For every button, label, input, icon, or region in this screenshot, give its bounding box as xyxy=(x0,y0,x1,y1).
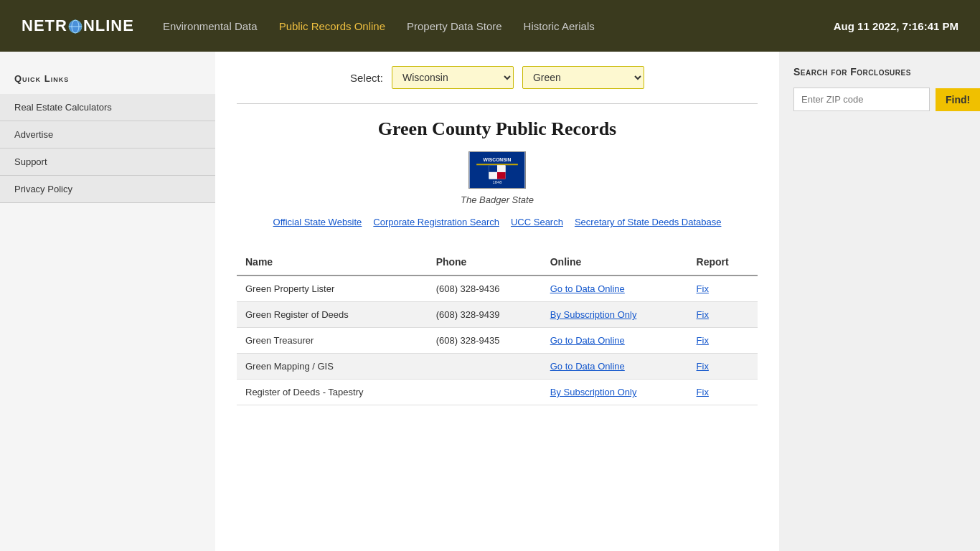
cell-phone xyxy=(428,354,542,380)
svg-rect-9 xyxy=(489,172,497,179)
records-table: Name Phone Online Report Green Property … xyxy=(237,249,758,405)
cell-name: Green Property Lister xyxy=(237,276,428,302)
quick-links-title: Quick Links xyxy=(0,66,215,94)
col-name: Name xyxy=(237,249,428,276)
right-panel: Search for Forclosures Find! xyxy=(779,52,980,551)
table-row: Green Register of Deeds(608) 328-9439By … xyxy=(237,302,758,328)
cell-online: Go to Data Online xyxy=(542,354,688,380)
col-phone: Phone xyxy=(428,249,542,276)
table-row: Green Treasurer(608) 328-9435Go to Data … xyxy=(237,328,758,354)
table-row: Green Mapping / GISGo to Data OnlineFix xyxy=(237,354,758,380)
cell-phone xyxy=(428,380,542,405)
svg-text:WISCONSIN: WISCONSIN xyxy=(484,157,512,162)
corporate-registration-link[interactable]: Corporate Registration Search xyxy=(373,217,499,227)
nav-historic-aerials[interactable]: Historic Aerials xyxy=(524,20,595,32)
sidebar-item-real-estate[interactable]: Real Estate Calculators xyxy=(0,94,215,121)
cell-online: Go to Data Online xyxy=(542,276,688,302)
report-link[interactable]: Fix xyxy=(697,387,709,397)
cell-name: Green Treasurer xyxy=(237,328,428,354)
state-links: Official State Website Corporate Registr… xyxy=(237,217,758,227)
table-row: Register of Deeds - TapestryBy Subscript… xyxy=(237,380,758,405)
header-datetime: Aug 11 2022, 7:16:41 PM xyxy=(834,20,958,32)
col-online: Online xyxy=(542,249,688,276)
cell-phone: (608) 328-9435 xyxy=(428,328,542,354)
svg-text:1848: 1848 xyxy=(493,180,502,184)
county-section: Green County Public Records WISCONSIN 18… xyxy=(237,103,758,227)
online-link[interactable]: By Subscription Only xyxy=(550,387,637,397)
secretary-of-state-link[interactable]: Secretary of State Deeds Database xyxy=(575,217,722,227)
nav-public-records[interactable]: Public Records Online xyxy=(279,20,385,32)
state-flag: WISCONSIN 1848 xyxy=(468,151,526,189)
select-label: Select: xyxy=(350,72,383,84)
zip-input[interactable] xyxy=(793,88,930,111)
sidebar-item-privacy[interactable]: Privacy Policy xyxy=(0,176,215,203)
svg-rect-8 xyxy=(497,172,506,179)
header: NETRNLINE Environmental Data Public Reco… xyxy=(0,0,980,52)
ucc-search-link[interactable]: UCC Search xyxy=(511,217,563,227)
main-content: Select: Wisconsin Green Green County Pub… xyxy=(215,52,779,551)
cell-phone: (608) 328-9439 xyxy=(428,302,542,328)
county-title: Green County Public Records xyxy=(237,118,758,140)
cell-online: Go to Data Online xyxy=(542,328,688,354)
sidebar-item-advertise[interactable]: Advertise xyxy=(0,121,215,149)
state-tagline: The Badger State xyxy=(237,194,758,205)
svg-rect-7 xyxy=(489,165,497,172)
svg-rect-5 xyxy=(476,164,518,165)
online-link[interactable]: Go to Data Online xyxy=(550,283,625,294)
online-link[interactable]: By Subscription Only xyxy=(550,309,637,320)
find-button[interactable]: Find! xyxy=(936,88,980,111)
cell-report: Fix xyxy=(688,354,758,380)
report-link[interactable]: Fix xyxy=(697,361,709,372)
table-row: Green Property Lister(608) 328-9436Go to… xyxy=(237,276,758,302)
official-state-link[interactable]: Official State Website xyxy=(273,217,362,227)
main-nav: Environmental Data Public Records Online… xyxy=(163,20,834,32)
county-select[interactable]: Green xyxy=(522,66,644,89)
cell-name: Green Register of Deeds xyxy=(237,302,428,328)
cell-name: Register of Deeds - Tapestry xyxy=(237,380,428,405)
state-select[interactable]: Wisconsin xyxy=(392,66,514,89)
report-link[interactable]: Fix xyxy=(697,283,709,294)
cell-report: Fix xyxy=(688,276,758,302)
cell-phone: (608) 328-9436 xyxy=(428,276,542,302)
report-link[interactable]: Fix xyxy=(697,335,709,346)
cell-online: By Subscription Only xyxy=(542,302,688,328)
cell-online: By Subscription Only xyxy=(542,380,688,405)
online-link[interactable]: Go to Data Online xyxy=(550,361,625,372)
cell-name: Green Mapping / GIS xyxy=(237,354,428,380)
report-link[interactable]: Fix xyxy=(697,309,709,320)
col-report: Report xyxy=(688,249,758,276)
left-sidebar: Quick Links Real Estate Calculators Adve… xyxy=(0,52,215,551)
svg-rect-10 xyxy=(497,165,506,172)
sidebar-item-support[interactable]: Support xyxy=(0,149,215,176)
nav-property-data-store[interactable]: Property Data Store xyxy=(407,20,502,32)
online-link[interactable]: Go to Data Online xyxy=(550,335,625,346)
nav-environmental-data[interactable]: Environmental Data xyxy=(163,20,258,32)
cell-report: Fix xyxy=(688,302,758,328)
foreclosure-form: Find! xyxy=(793,88,966,111)
select-row: Select: Wisconsin Green xyxy=(237,66,758,89)
foreclosure-title: Search for Forclosures xyxy=(793,66,966,77)
cell-report: Fix xyxy=(688,380,758,405)
cell-report: Fix xyxy=(688,328,758,354)
logo: NETRNLINE xyxy=(22,17,134,35)
